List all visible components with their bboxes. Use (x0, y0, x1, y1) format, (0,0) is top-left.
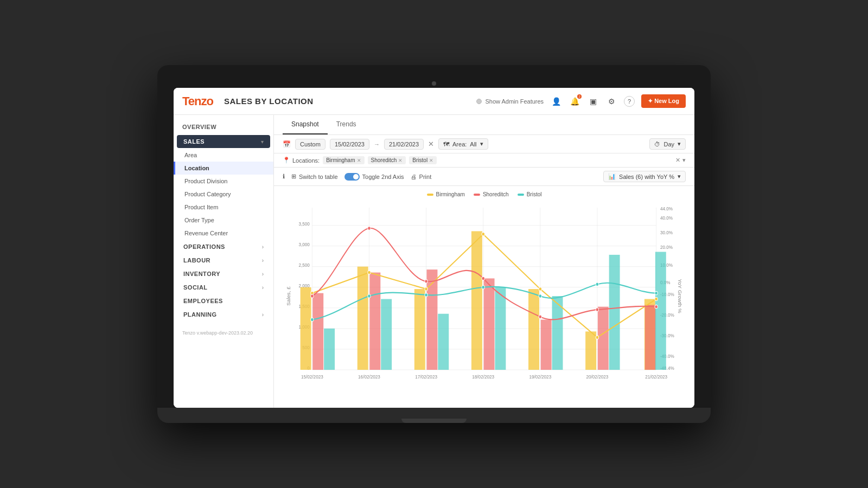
bar-birmingham-16 (358, 267, 368, 370)
admin-toggle[interactable]: Show Admin Features (476, 98, 544, 105)
bar-birmingham-19 (528, 289, 539, 370)
svg-text:3,000: 3,000 (298, 241, 309, 247)
sidebar-section-social[interactable]: SOCIAL › (177, 281, 270, 294)
dot-shoreditch-17 (425, 280, 427, 284)
sidebar-employees-label: EMPLOYEES (183, 298, 223, 304)
sidebar-section-sales[interactable]: SALES ▾ (177, 135, 270, 148)
sidebar-item-area[interactable]: Area (174, 149, 273, 162)
filter-icon: ⏱ (654, 141, 660, 147)
clear-locations-icon[interactable]: ✕ (675, 157, 680, 164)
toggle-2nd-axis-label: Toggle 2nd Axis (362, 174, 404, 180)
sidebar-item-revenue-center[interactable]: Revenue Center (174, 227, 273, 240)
dot-shoreditch-20 (596, 308, 598, 312)
info-button[interactable]: ℹ (283, 173, 285, 180)
sidebar-operations-label: OPERATIONS (183, 243, 225, 250)
chart-toolbar: ℹ ⊞ Switch to table Toggle 2nd Axis 🖨 (274, 168, 694, 186)
sidebar-section-employees[interactable]: EMPLOYEES (177, 294, 270, 307)
app-logo: Tenzo (182, 94, 213, 108)
sales-dropdown-chevron-icon: ▾ (678, 173, 681, 180)
sidebar-item-product-division[interactable]: Product Division (174, 175, 273, 188)
tablet-icon[interactable]: ▣ (587, 95, 599, 107)
sidebar-section-planning[interactable]: PLANNING › (177, 308, 270, 321)
bar-bristol-21 (655, 252, 666, 370)
tabs-bar: Snapshot Trends (274, 115, 694, 135)
date-to-filter[interactable]: 21/02/2023 (384, 139, 424, 150)
settings-icon[interactable]: ⚙ (605, 95, 617, 107)
help-icon[interactable]: ? (624, 96, 635, 107)
sidebar: OVERVIEW SALES ▾ Area Location Product D… (174, 115, 274, 408)
svg-text:16/02/2023: 16/02/2023 (358, 374, 380, 380)
sidebar-inventory-label: INVENTORY (183, 271, 220, 277)
sidebar-planning-label: PLANNING (183, 311, 216, 318)
sales-metric-label: Sales (6) with YoY % (619, 174, 674, 180)
locations-label: 📍 Locations: (283, 157, 320, 164)
print-button[interactable]: 🖨 Print (411, 174, 432, 180)
remove-shoreditch-icon[interactable]: ✕ (398, 158, 403, 163)
tab-snapshot[interactable]: Snapshot (283, 115, 328, 134)
sidebar-section-labour[interactable]: LABOUR › (177, 254, 270, 267)
sidebar-sales-label: SALES (183, 138, 205, 145)
filters-bar: 📅 Custom 15/02/2023 → 21/02/2023 ✕ (274, 135, 694, 153)
dot-birmingham-20 (596, 336, 598, 339)
location-chip-bristol[interactable]: Bristol ✕ (409, 156, 437, 164)
sidebar-item-product-category[interactable]: Product Category (174, 188, 273, 201)
bar-birmingham-15 (301, 287, 311, 370)
sidebar-item-product-item[interactable]: Product Item (174, 201, 273, 214)
location-chip-shoreditch[interactable]: Shoreditch ✕ (368, 156, 406, 164)
dot-shoreditch-21 (655, 305, 658, 309)
page-title: SALES BY LOCATION (224, 97, 314, 106)
bar-bristol-16 (381, 299, 392, 370)
bar-birmingham-17 (414, 289, 425, 370)
remove-birmingham-icon[interactable]: ✕ (357, 158, 361, 163)
switch-table-label: Switch to table (299, 174, 338, 180)
arrow-right-icon: → (374, 141, 380, 147)
granularity-filter[interactable]: ⏱ Day ▾ (649, 138, 686, 150)
switch-to-table-button[interactable]: ⊞ Switch to table (291, 173, 338, 180)
dot-bristol-16 (368, 294, 371, 298)
clear-date-button[interactable]: ✕ (428, 140, 434, 148)
chevron-right-icon: › (262, 271, 264, 277)
date-preset-filter[interactable]: Custom (295, 139, 326, 150)
admin-toggle-label: Show Admin Features (485, 98, 544, 105)
bar-birmingham-20 (585, 331, 596, 370)
legend-birmingham-label: Birmingham (436, 191, 465, 197)
chart-container: 0 500 1,000 1,500 2,000 2,500 3,000 3,50… (283, 202, 686, 396)
bell-icon[interactable]: 🔔 2 (569, 95, 580, 107)
dot-bristol-15 (311, 318, 314, 322)
area-filter[interactable]: 🗺 Area: All ▾ (438, 138, 488, 150)
date-to-value: 21/02/2023 (389, 141, 419, 147)
svg-text:15/02/2023: 15/02/2023 (301, 374, 323, 380)
granularity-chevron-icon: ▾ (678, 140, 681, 147)
area-icon: 🗺 (443, 141, 449, 147)
toggle-switch[interactable] (344, 173, 360, 181)
locations-right-controls[interactable]: ✕ ▾ (675, 157, 686, 164)
dot-shoreditch-15 (311, 294, 314, 298)
date-from-filter[interactable]: 15/02/2023 (330, 139, 369, 150)
chart-svg: 0 500 1,000 1,500 2,000 2,500 3,000 3,50… (283, 202, 686, 396)
area-label: Area: (452, 141, 467, 147)
bar-bristol-17 (438, 314, 449, 370)
chevron-right-icon: › (262, 244, 264, 250)
location-pin-icon: 📍 (283, 157, 290, 164)
user-icon[interactable]: 👤 (550, 95, 562, 107)
svg-text:20/02/2023: 20/02/2023 (586, 374, 609, 380)
expand-locations-icon[interactable]: ▾ (682, 157, 686, 164)
sales-metric-dropdown[interactable]: 📊 Sales (6) with YoY % ▾ (603, 171, 686, 182)
sidebar-section-operations[interactable]: OPERATIONS › (177, 240, 270, 253)
remove-bristol-icon[interactable]: ✕ (429, 158, 433, 163)
svg-text:20.0%: 20.0% (660, 244, 673, 250)
sidebar-item-location[interactable]: Location (174, 162, 273, 175)
chevron-down-icon: ▾ (261, 139, 264, 145)
granularity-value: Day (663, 141, 674, 147)
dot-bristol-19 (539, 294, 541, 298)
dot-bristol-21 (655, 291, 658, 295)
location-chip-birmingham[interactable]: Birmingham ✕ (323, 156, 364, 164)
tab-trends[interactable]: Trends (328, 115, 365, 134)
sidebar-section-inventory[interactable]: INVENTORY › (177, 267, 270, 280)
locations-bar: 📍 Locations: Birmingham ✕ Shoreditch ✕ B… (274, 153, 694, 168)
toggle-2nd-axis-control[interactable]: Toggle 2nd Axis (344, 173, 404, 181)
sidebar-item-order-type[interactable]: Order Type (174, 214, 273, 227)
new-log-button[interactable]: ✦ New Log (641, 94, 686, 108)
dot-bristol-17 (425, 293, 427, 297)
info-icon: ℹ (283, 173, 285, 180)
